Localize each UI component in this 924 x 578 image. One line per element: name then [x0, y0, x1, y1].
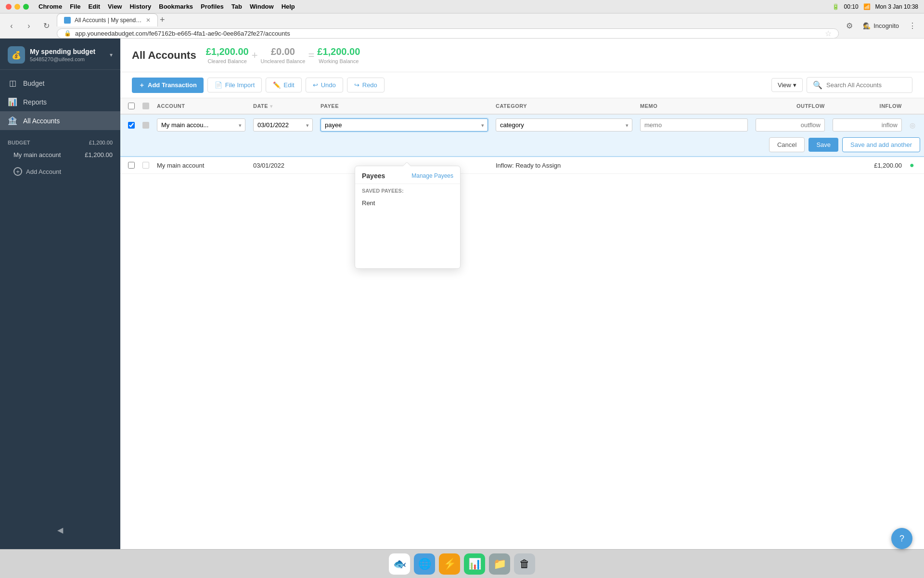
dock-finder-icon[interactable]: 🐟	[389, 553, 410, 575]
back-button[interactable]: ‹	[5, 19, 18, 33]
maximize-dot[interactable]	[23, 4, 29, 10]
dock-lightning-icon[interactable]: ⚡	[439, 553, 460, 575]
menu-view[interactable]: View	[108, 3, 122, 10]
row-inflow-cell: £1,200.00	[829, 158, 906, 173]
cleared-icon[interactable]: ●	[910, 161, 914, 170]
edit-row: My main accou... 03/01/2022	[120, 115, 924, 157]
date-select[interactable]: 03/01/2022	[253, 118, 313, 131]
help-button[interactable]: ?	[891, 528, 912, 549]
redo-button[interactable]: ↪ Redo	[347, 78, 385, 92]
dock-chrome-icon[interactable]: 🌐	[414, 553, 435, 575]
more-button[interactable]: ⋮	[906, 19, 919, 33]
col-header-inflow: INFLOW	[829, 98, 906, 114]
tab-close-button[interactable]: ✕	[146, 17, 151, 24]
save-and-add-button[interactable]: Save and add another	[842, 137, 920, 152]
main-content: All Accounts £1,200.00 Cleared Balance +…	[120, 39, 924, 549]
inflow-input[interactable]	[833, 118, 902, 131]
add-transaction-button[interactable]: ＋ Add Transaction	[132, 78, 204, 93]
chevron-down-icon[interactable]: ▾	[110, 52, 113, 58]
payees-header: Payees Manage Payees	[355, 166, 460, 184]
search-box[interactable]: 🔍	[807, 77, 912, 93]
reports-icon: 📊	[8, 97, 17, 106]
edit-row-checkbox[interactable]	[128, 121, 135, 129]
budget-section-label: BUDGET £1,200.00	[0, 134, 120, 147]
edit-button[interactable]: ✏️ Edit	[266, 78, 301, 92]
incognito-label: Incognito	[873, 22, 899, 29]
incognito-button[interactable]: 🕵 Incognito	[859, 20, 903, 31]
sidebar-app-id: 5d485270@uifeed.com	[30, 56, 95, 62]
search-input[interactable]	[826, 81, 906, 89]
menu-history[interactable]: History	[129, 3, 151, 10]
sidebar-collapse-button[interactable]: ◀	[0, 521, 120, 539]
cancel-button[interactable]: Cancel	[769, 137, 805, 152]
browser-tab[interactable]: All Accounts | My spending bu... ✕	[57, 13, 158, 26]
sidebar-header[interactable]: 💰 My spending budget 5d485270@uifeed.com…	[0, 39, 120, 70]
col-header-date: DATE ▾	[249, 98, 317, 114]
sidebar-item-budget[interactable]: ◫ Budget	[0, 74, 120, 92]
save-button[interactable]: Save	[808, 138, 838, 152]
url-bar[interactable]: 🔒 app.youneedabudget.com/fe67162b-e665-4…	[57, 28, 839, 39]
wifi-icon: 📶	[863, 3, 871, 10]
row-flag-icon[interactable]	[142, 162, 149, 169]
menu-window[interactable]: Window	[250, 3, 274, 10]
menu-file[interactable]: File	[70, 3, 80, 10]
star-icon[interactable]: ☆	[825, 29, 832, 38]
file-import-button[interactable]: 📄 File Import	[207, 78, 262, 92]
extensions-button[interactable]: ⚙	[843, 19, 856, 33]
working-balance-block: £1,200.00 Working Balance	[317, 46, 360, 64]
sidebar-item-all-accounts[interactable]: 🏦 All Accounts	[0, 111, 120, 130]
close-dot[interactable]	[6, 4, 12, 10]
search-icon: 🔍	[813, 80, 822, 90]
add-account-button[interactable]: + Add Account	[0, 162, 120, 181]
table-row: My main account 03/01/2022 Inflow: Ready…	[120, 157, 924, 174]
minimize-dot[interactable]	[14, 4, 20, 10]
file-icon: 📄	[215, 81, 222, 89]
row-flag-cell	[139, 158, 153, 172]
sidebar-account-main[interactable]: My main account £1,200.00	[0, 147, 120, 162]
manage-payees-link[interactable]: Manage Payees	[411, 172, 453, 179]
window-controls[interactable]	[6, 4, 29, 10]
edit-flag-icon[interactable]	[142, 122, 149, 129]
row-category-cell: Inflow: Ready to Assign	[492, 158, 636, 173]
account-select-wrap: My main accou...	[157, 118, 245, 131]
new-tab-button[interactable]: +	[160, 15, 165, 25]
undo-button[interactable]: ↩ Undo	[306, 78, 343, 92]
row-checkbox[interactable]	[128, 161, 135, 169]
edit-checkbox-cell	[124, 118, 139, 133]
account-select[interactable]: My main accou...	[157, 118, 245, 131]
dock-trash-icon[interactable]: 🗑	[514, 553, 535, 575]
menu-help[interactable]: Help	[282, 3, 295, 10]
sidebar-item-reports[interactable]: 📊 Reports	[0, 92, 120, 111]
menu-bookmarks[interactable]: Bookmarks	[159, 3, 193, 10]
row-cleared-cell: ●	[906, 157, 920, 173]
outflow-input[interactable]	[756, 118, 825, 131]
select-all-checkbox[interactable]	[128, 102, 135, 110]
menu-edit[interactable]: Edit	[89, 3, 101, 10]
payees-dropdown: Payees Manage Payees Saved Payees: Rent	[355, 166, 461, 269]
payee-select[interactable]: payee	[321, 118, 488, 131]
redo-icon: ↪	[354, 81, 359, 89]
dock-app-icon[interactable]: 📊	[464, 553, 485, 575]
reload-button[interactable]: ↻	[39, 19, 53, 33]
app-logo: 💰	[8, 46, 25, 64]
memo-input[interactable]	[640, 118, 748, 131]
category-select[interactable]: category	[496, 118, 632, 131]
payee-item-rent[interactable]: Rent	[355, 196, 460, 210]
view-button[interactable]: View ▾	[771, 78, 803, 92]
forward-button[interactable]: ›	[22, 19, 36, 33]
sidebar-item-all-accounts-label: All Accounts	[23, 117, 60, 125]
saved-payees-label: Saved Payees:	[355, 184, 460, 196]
plus-icon: ＋	[139, 81, 145, 90]
menu-chrome[interactable]: Chrome	[38, 3, 62, 10]
payees-dropdown-empty	[355, 210, 460, 268]
sort-icon[interactable]: ▾	[270, 104, 273, 109]
collapse-icon: ◀	[57, 525, 63, 535]
dock-files-icon[interactable]: 📁	[489, 553, 510, 575]
menu-tab[interactable]: Tab	[231, 3, 242, 10]
macos-menus: Chrome File Edit View History Bookmarks …	[38, 3, 295, 10]
chevron-down-icon: ▾	[793, 81, 796, 89]
cleared-balance-amount: £1,200.00	[206, 46, 249, 57]
edit-status-cell: ◎	[906, 118, 920, 133]
edit-icon: ✏️	[273, 81, 281, 89]
menu-profiles[interactable]: Profiles	[201, 3, 224, 10]
